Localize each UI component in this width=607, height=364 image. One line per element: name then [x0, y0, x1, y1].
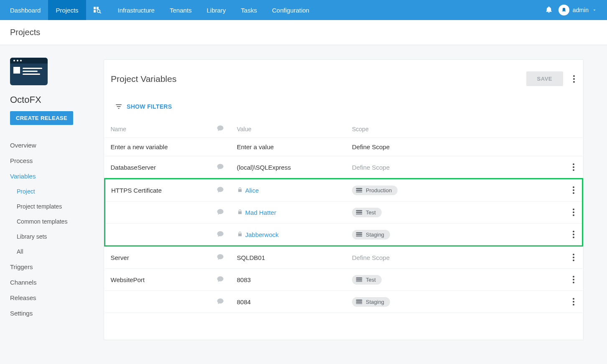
comment-icon: [217, 125, 224, 132]
comment-icon: [217, 186, 224, 193]
variables-panel: Project Variables SAVE SHOW FILTERS Name: [104, 59, 584, 340]
sidebar-item-process[interactable]: Process: [10, 153, 94, 168]
row-description-button[interactable]: [217, 232, 224, 239]
row-description-button[interactable]: [217, 255, 224, 262]
row-menu-button[interactable]: [569, 185, 576, 196]
row-description-button[interactable]: [217, 277, 224, 284]
notifications-button[interactable]: [545, 6, 553, 15]
scope-chip[interactable]: Test: [352, 208, 382, 217]
row-description-button[interactable]: [217, 165, 224, 172]
svg-rect-14: [356, 234, 362, 235]
save-button[interactable]: SAVE: [526, 71, 563, 86]
variable-row: WebsitePort8083Test: [105, 269, 583, 291]
svg-rect-3: [94, 10, 96, 13]
sidebar-item-channels[interactable]: Channels: [10, 275, 94, 290]
sidebar-item-variables[interactable]: Variables: [10, 168, 94, 184]
row-description-button[interactable]: [217, 210, 224, 217]
environment-icon: [355, 232, 363, 237]
scope-chip[interactable]: Production: [352, 186, 398, 195]
nav-projects[interactable]: Projects: [48, 0, 86, 20]
show-filters-label: SHOW FILTERS: [127, 103, 172, 110]
scope-chip[interactable]: Test: [352, 275, 382, 285]
svg-rect-17: [356, 279, 362, 280]
scope-chip[interactable]: Staging: [352, 297, 390, 307]
nav-library[interactable]: Library: [199, 0, 234, 20]
lock-icon: [237, 231, 243, 237]
top-navbar: Dashboard Projects Infrastructure Tenant…: [0, 0, 607, 20]
row-description-button[interactable]: [217, 188, 224, 195]
variable-name: WebsitePort: [111, 276, 145, 283]
new-variable-scope: Define Scope: [346, 138, 564, 156]
create-release-button[interactable]: CREATE RELEASE: [10, 111, 73, 125]
variable-name: Server: [111, 254, 129, 261]
svg-rect-15: [356, 236, 362, 237]
col-desc: [209, 120, 231, 138]
svg-rect-9: [356, 192, 362, 193]
row-menu-button[interactable]: [569, 207, 576, 218]
sidebar-item-project-templates[interactable]: Project templates: [10, 199, 94, 214]
new-variable-name: Enter a new variable: [105, 138, 209, 156]
svg-rect-16: [356, 277, 362, 279]
variable-value-link[interactable]: Jabberwock: [245, 231, 279, 238]
user-name: admin: [573, 7, 589, 13]
variable-value: SQLDB01: [237, 254, 265, 261]
variable-row: HTTPS CertificateAliceProduction: [105, 179, 583, 201]
col-name: Name: [105, 120, 209, 138]
svg-rect-11: [356, 212, 362, 213]
svg-rect-7: [356, 188, 362, 189]
nav-dashboard[interactable]: Dashboard: [0, 0, 48, 20]
user-menu[interactable]: admin: [559, 5, 597, 15]
nav-search-projects[interactable]: [86, 7, 110, 13]
svg-rect-13: [356, 232, 362, 234]
sidebar-item-project[interactable]: Project: [10, 184, 94, 199]
scope-chip-label: Test: [366, 277, 376, 283]
octopus-avatar-icon: [561, 7, 567, 13]
variable-value-link[interactable]: Alice: [245, 187, 259, 194]
panel-menu-button[interactable]: [570, 74, 576, 84]
sidebar-item-settings[interactable]: Settings: [10, 305, 94, 321]
row-menu-button[interactable]: [569, 274, 576, 285]
sidebar-item-all[interactable]: All: [10, 244, 94, 259]
svg-line-5: [99, 12, 101, 13]
svg-rect-10: [356, 210, 362, 211]
new-variable-row[interactable]: Enter a new variableEnter a valueDefine …: [105, 138, 583, 156]
sidebar-item-common-templates[interactable]: Common templates: [10, 214, 94, 229]
variable-value: (local)\SQLExpress: [237, 164, 291, 171]
variables-table: Name Value Scope Enter a new variableEnt…: [104, 120, 583, 313]
row-menu-button[interactable]: [569, 162, 576, 173]
comment-icon: [217, 298, 224, 305]
nav-dashboard-label: Dashboard: [10, 7, 41, 14]
nav-configuration[interactable]: Configuration: [265, 0, 317, 20]
show-filters-button[interactable]: SHOW FILTERS: [104, 93, 583, 120]
sidebar-item-triggers[interactable]: Triggers: [10, 259, 94, 275]
scope-chip-label: Staging: [366, 232, 384, 238]
col-scope: Scope: [346, 120, 564, 138]
project-logo: [10, 58, 48, 85]
grid-search-icon: [94, 7, 103, 13]
environment-icon: [355, 277, 363, 283]
scope-chip[interactable]: Staging: [352, 230, 390, 239]
nav-tasks[interactable]: Tasks: [233, 0, 264, 20]
row-menu-button[interactable]: [569, 252, 576, 263]
variable-value-link[interactable]: Mad Hatter: [245, 209, 276, 216]
svg-rect-18: [356, 281, 362, 282]
sidebar-item-releases[interactable]: Releases: [10, 290, 94, 305]
variable-scope-placeholder[interactable]: Define Scope: [352, 164, 390, 171]
nav-infrastructure[interactable]: Infrastructure: [110, 0, 162, 20]
sidebar-item-overview[interactable]: Overview: [10, 137, 94, 153]
lock-icon: [237, 187, 243, 193]
row-description-button[interactable]: [217, 299, 224, 306]
row-menu-button[interactable]: [569, 296, 576, 307]
col-value: Value: [231, 120, 347, 138]
bell-icon: [545, 6, 553, 13]
comment-icon: [217, 163, 224, 171]
nav-tenants[interactable]: Tenants: [162, 0, 199, 20]
variable-name: HTTPS Certificate: [111, 187, 162, 194]
variable-row: DatabaseServer(local)\SQLExpressDefine S…: [105, 156, 583, 179]
svg-rect-21: [356, 303, 362, 304]
chevron-down-icon: [592, 8, 597, 13]
nav-projects-label: Projects: [56, 7, 78, 14]
variable-scope-placeholder[interactable]: Define Scope: [352, 254, 390, 261]
sidebar-item-library-sets[interactable]: Library sets: [10, 229, 94, 244]
row-menu-button[interactable]: [569, 229, 576, 240]
